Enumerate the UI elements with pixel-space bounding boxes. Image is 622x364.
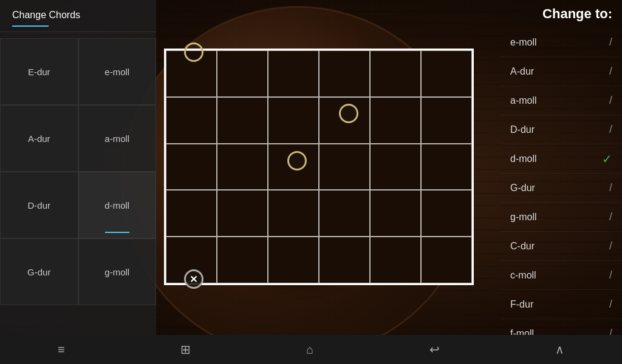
panel-header: Change Chords (0, 0, 156, 32)
chord-cell-G-dur[interactable]: G-dur (0, 238, 78, 305)
fret-cell-r3-c4 (370, 190, 421, 237)
selected-check-icon: ✓ (602, 152, 612, 166)
chord-cell-g-moll[interactable]: g-moll (78, 238, 157, 305)
chord-list-item-d-moll[interactable]: d-moll✓ (501, 144, 622, 174)
chord-list-item-F-dur[interactable]: F-dur/ (501, 290, 622, 319)
fret-cell-r3-c2 (268, 190, 319, 237)
chord-cell-A-dur[interactable]: A-dur (0, 105, 78, 172)
fret-cell-r0-c2 (268, 50, 319, 97)
tick-icon: / (609, 269, 612, 281)
fret-cell-r3-c3 (319, 190, 370, 237)
fret-cell-r4-c2 (268, 237, 319, 283)
chord-list-label: A-dur (510, 66, 534, 77)
fret-cell-r4-c5 (421, 237, 472, 283)
chord-list-item-C-dur[interactable]: C-dur/ (501, 232, 622, 261)
chord-cell-underline (105, 232, 129, 233)
chord-list-item-c-moll[interactable]: c-moll/ (501, 261, 622, 290)
chord-list-label: F-dur (510, 299, 533, 310)
chord-cell-D-dur[interactable]: D-dur (0, 172, 78, 238)
fretboard: ✕ (164, 49, 474, 285)
chord-list-label: e-moll (510, 37, 537, 48)
fret-cell-r1-c5 (421, 97, 472, 144)
fret-cell-r4-c1 (217, 237, 268, 283)
nav-bar: ≡⊞⌂↩∧ (0, 335, 622, 364)
chord-grid: E-dure-mollA-dura-mollD-durd-mollG-durg-… (0, 38, 156, 305)
fret-cell-r2-c5 (421, 144, 472, 190)
chord-list-item-g-moll[interactable]: g-moll/ (501, 203, 622, 232)
tick-icon: / (609, 298, 612, 311)
fret-cell-r1-c2 (268, 97, 319, 144)
fretboard-container: ✕ (164, 49, 474, 285)
chord-list-item-G-dur[interactable]: G-dur/ (501, 174, 622, 203)
fret-marker-1 (339, 104, 358, 123)
chord-cell-label: a-moll (104, 133, 129, 144)
chord-cell-e-moll[interactable]: e-moll (78, 38, 157, 105)
right-panel: Change to: e-moll/A-dur/a-moll/D-dur/d-m… (501, 0, 622, 340)
chord-list-item-A-dur[interactable]: A-dur/ (501, 57, 622, 86)
panel-underline (12, 25, 49, 27)
chord-cell-d-moll[interactable]: d-moll (78, 172, 157, 238)
tick-icon: / (609, 94, 612, 107)
tick-icon: / (609, 65, 612, 78)
chord-cell-label: e-moll (104, 67, 129, 77)
fret-cell-r4-c3 (319, 237, 370, 283)
fret-cell-r0-c3 (319, 50, 370, 97)
chord-cell-a-moll[interactable]: a-moll (78, 105, 157, 172)
tick-icon: / (609, 240, 612, 252)
tick-icon: / (609, 181, 612, 194)
change-to-title: Change to: (542, 6, 612, 21)
chord-cell-label: A-dur (28, 133, 50, 144)
fret-cell-r0-c1 (217, 50, 268, 97)
chord-cell-label: G-dur (27, 267, 50, 277)
chord-list-label: c-moll (510, 270, 536, 281)
fret-cell-r1-c0 (166, 97, 217, 144)
fret-cell-r3-c5 (421, 190, 472, 237)
tick-icon: / (609, 211, 612, 223)
fret-cell-r2-c1 (217, 144, 268, 190)
chord-list-label: C-dur (510, 241, 535, 252)
right-header: Change to: (501, 0, 622, 28)
home-icon[interactable]: ⌂ (294, 338, 326, 362)
chord-list-item-a-moll[interactable]: a-moll/ (501, 86, 622, 115)
fret-cell-r1-c4 (370, 97, 421, 144)
fret-cell-r2-c3 (319, 144, 370, 190)
up-icon[interactable]: ∧ (543, 337, 576, 362)
fret-cell-r3-c1 (217, 190, 268, 237)
chord-list-item-D-dur[interactable]: D-dur/ (501, 115, 622, 144)
tick-icon: / (609, 36, 612, 49)
fret-cell-r4-c4 (370, 237, 421, 283)
back-icon[interactable]: ↩ (417, 337, 452, 362)
fret-marker-2 (287, 151, 307, 170)
chord-cell-label: D-dur (27, 200, 50, 211)
chord-cell-label: d-moll (104, 200, 129, 211)
chord-list-label: g-moll (510, 212, 537, 223)
chord-cell-label: g-moll (104, 267, 129, 277)
layers-icon[interactable]: ⊞ (168, 337, 203, 362)
fret-cell-r1-c1 (217, 97, 268, 144)
chord-list: e-moll/A-dur/a-moll/D-dur/d-moll✓G-dur/g… (501, 28, 622, 348)
chord-list-label: D-dur (510, 124, 535, 135)
chord-cell-label: E-dur (28, 67, 50, 77)
fret-marker-0 (184, 42, 203, 62)
fret-cell-r2-c0 (166, 144, 217, 190)
panel-title: Change Chords (12, 10, 144, 21)
fret-cell-r2-c4 (370, 144, 421, 190)
muted-icon: ✕ (190, 274, 197, 285)
chord-list-item-e-moll[interactable]: e-moll/ (501, 28, 622, 57)
tick-icon: / (609, 123, 612, 136)
menu-icon[interactable]: ≡ (46, 338, 77, 362)
left-panel: Change Chords E-dure-mollA-dura-mollD-du… (0, 0, 156, 340)
chord-list-label: a-moll (510, 95, 537, 106)
chord-list-label: d-moll (510, 153, 537, 164)
fret-cell-r0-c5 (421, 50, 472, 97)
fret-cell-r3-c0 (166, 190, 217, 237)
chord-cell-E-dur[interactable]: E-dur (0, 38, 78, 105)
fret-marker-3: ✕ (184, 269, 203, 289)
chord-list-label: G-dur (510, 183, 535, 194)
fret-cell-r0-c4 (370, 50, 421, 97)
